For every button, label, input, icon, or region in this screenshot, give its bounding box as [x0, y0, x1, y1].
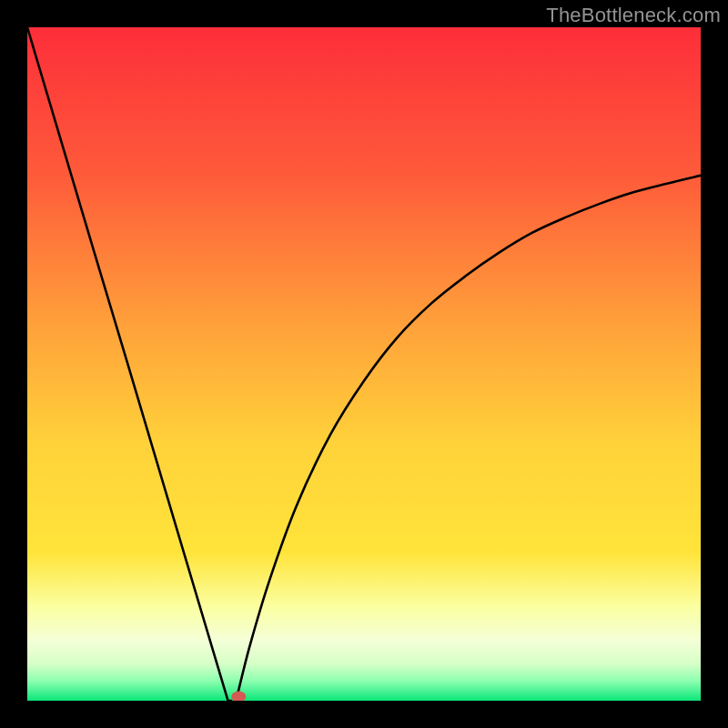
watermark-text: TheBottleneck.com [546, 4, 721, 27]
chart-plot [27, 27, 701, 701]
chart-frame: TheBottleneck.com [0, 0, 728, 728]
